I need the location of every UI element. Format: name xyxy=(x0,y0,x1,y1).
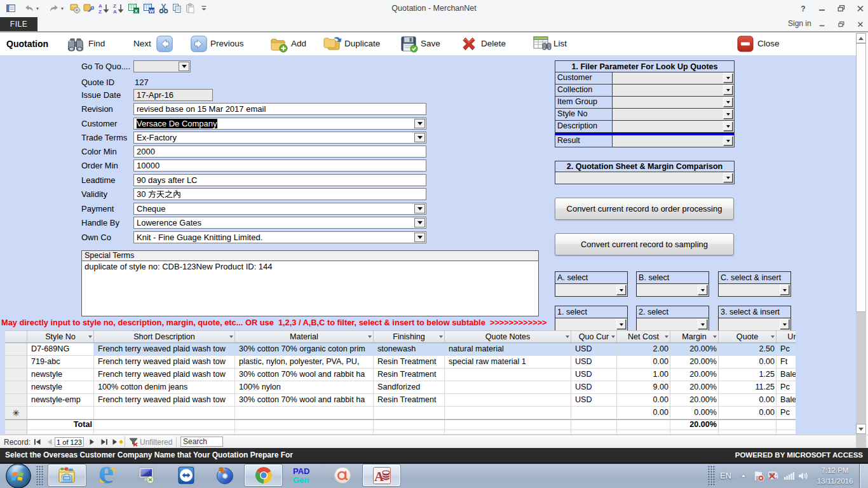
cell-finishing[interactable] xyxy=(374,430,445,435)
doc-minimize-button[interactable] xyxy=(814,17,831,30)
column-header-margin[interactable]: Margin xyxy=(670,331,719,343)
column-header-style-no[interactable]: Style No xyxy=(27,331,94,343)
order-min-input[interactable]: 10000 xyxy=(133,159,426,172)
new-record-button[interactable] xyxy=(111,435,123,449)
column-filter-arrow-icon[interactable] xyxy=(368,336,372,340)
dropdown-arrow-icon[interactable] xyxy=(723,109,733,119)
go-to-quo-input[interactable] xyxy=(133,60,191,72)
cell-quote[interactable]: 11.25 xyxy=(719,381,776,394)
filter-state[interactable]: Unfiltered xyxy=(140,435,172,449)
restore-button[interactable] xyxy=(832,0,850,17)
cell-short-description[interactable] xyxy=(94,420,235,430)
scroll-down-button[interactable] xyxy=(856,424,866,434)
cell-style-no[interactable]: newstyle-emp xyxy=(27,394,94,407)
cell-short-description[interactable]: French terry weaved plaid wash tow xyxy=(94,343,235,356)
dropdown-arrow-icon[interactable] xyxy=(179,62,189,71)
arrow-left-button[interactable] xyxy=(156,36,173,52)
column-header-quote-notes[interactable]: Quote Notes xyxy=(445,331,571,343)
start-button[interactable] xyxy=(5,463,32,488)
cell-unit[interactable]: Pc xyxy=(776,343,796,356)
cell-material[interactable] xyxy=(235,420,374,430)
dropdown-arrow-icon[interactable] xyxy=(698,319,708,330)
cell-short-description[interactable] xyxy=(94,407,235,419)
taskbar-app-explorer[interactable] xyxy=(48,464,86,487)
arrow-right-button[interactable] xyxy=(191,36,207,52)
signal-strength-icon[interactable] xyxy=(783,468,796,484)
column-filter-arrow-icon[interactable] xyxy=(611,336,615,340)
dropdown-arrow-icon[interactable] xyxy=(616,285,627,295)
cell-quote-notes[interactable] xyxy=(445,407,571,419)
column-filter-arrow-icon[interactable] xyxy=(566,336,569,340)
selector-a-select[interactable] xyxy=(555,284,627,296)
cell-short-description[interactable]: French terry weaved plaid wash tow xyxy=(94,394,235,407)
filter-select-style-no[interactable] xyxy=(613,109,734,120)
taskbar-app-disc-burner[interactable] xyxy=(205,464,244,487)
cell-margin[interactable]: 20.00% xyxy=(670,356,719,369)
cell-quo-cur[interactable] xyxy=(571,420,617,430)
cell-quote-notes[interactable] xyxy=(445,420,571,430)
column-header-material[interactable]: Material xyxy=(235,331,374,343)
cell-style-no[interactable]: newstyle xyxy=(27,381,94,394)
delete-label[interactable]: Delete xyxy=(481,32,506,55)
close-button[interactable] xyxy=(851,0,868,17)
cell-quote[interactable]: 1.25 xyxy=(719,369,776,381)
table-row[interactable]: newstyle-empFrench terry weaved plaid wa… xyxy=(5,394,796,407)
record-position[interactable]: 1 of 123 xyxy=(55,437,84,447)
cell-quo-cur[interactable] xyxy=(571,430,617,435)
cell-unit[interactable] xyxy=(776,430,796,435)
dropdown-arrow-icon[interactable] xyxy=(414,233,425,242)
cell-unit[interactable]: Pc xyxy=(776,381,796,394)
cell-finishing[interactable]: Resin Treatment xyxy=(374,394,445,407)
previous-record-button[interactable] xyxy=(46,435,53,449)
cell-quo-cur[interactable] xyxy=(571,407,617,419)
cell-material[interactable] xyxy=(235,407,374,419)
column-filter-arrow-icon[interactable] xyxy=(88,336,92,340)
clock[interactable]: 7:12 PM 13/11/2016 xyxy=(813,465,857,487)
duplicate-label[interactable]: Duplicate xyxy=(344,32,380,55)
scrollbar-thumb[interactable] xyxy=(856,43,866,312)
cell-style-no[interactable] xyxy=(27,430,94,435)
cell-finishing[interactable]: Resin Treatment xyxy=(374,356,445,369)
column-filter-arrow-icon[interactable] xyxy=(771,336,775,340)
cell-quo-cur[interactable]: USD xyxy=(571,394,617,407)
show-desktop-button[interactable] xyxy=(859,464,868,488)
add-folder-icon[interactable] xyxy=(269,36,288,53)
cell-short-description[interactable]: French terry weaved plaid wash tow xyxy=(94,356,235,369)
cell-style-no[interactable]: D7-689NG xyxy=(27,343,94,356)
binoculars-icon[interactable] xyxy=(65,36,86,53)
taskbar-app-teamviewer[interactable] xyxy=(166,464,205,487)
minimize-button[interactable] xyxy=(813,0,831,17)
dropdown-arrow-icon[interactable] xyxy=(616,319,627,330)
cell-net-cost[interactable]: 0.00 xyxy=(617,407,670,419)
cell-net-cost[interactable]: 0.00 xyxy=(617,356,670,369)
row-selector[interactable] xyxy=(5,394,27,407)
taskbar-app-a-app[interactable] xyxy=(323,464,362,487)
next-record-button[interactable] xyxy=(88,435,96,449)
cell-quote-notes[interactable] xyxy=(445,430,571,435)
taskbar-app-padgen[interactable]: PADGen xyxy=(283,464,322,487)
table-row[interactable]: 719-abcFrench terry weaved plaid wash to… xyxy=(5,356,796,369)
comparison-select[interactable] xyxy=(555,172,735,184)
column-filter-arrow-icon[interactable] xyxy=(439,336,443,340)
selector-b-select[interactable] xyxy=(637,284,709,296)
table-row[interactable]: D7-689NGFrench terry weaved plaid wash t… xyxy=(5,343,796,356)
cell-material[interactable]: 100% nylon xyxy=(235,381,374,394)
cell-unit[interactable]: Bale xyxy=(776,369,796,381)
filter-select-description[interactable] xyxy=(613,121,734,132)
close-label[interactable]: Close xyxy=(757,32,780,55)
dropdown-arrow-icon[interactable] xyxy=(723,85,733,95)
cell-style-no[interactable]: Total xyxy=(27,420,94,430)
column-header-quo-cur[interactable]: Quo Cur xyxy=(571,331,617,343)
cell-material[interactable]: 30% cotton 70% wool and rabbit ha xyxy=(235,394,374,407)
cell-quote[interactable]: 0.00 xyxy=(719,407,776,419)
dropdown-arrow-icon[interactable] xyxy=(698,285,708,295)
cell-net-cost[interactable]: 9.00 xyxy=(617,381,670,394)
column-header-quote[interactable]: Quote xyxy=(719,331,776,343)
column-filter-arrow-icon[interactable] xyxy=(665,336,668,340)
column-filter-arrow-icon[interactable] xyxy=(713,336,717,340)
language-indicator[interactable]: EN xyxy=(718,464,733,488)
dropdown-arrow-icon[interactable] xyxy=(414,204,425,214)
filter-icon[interactable] xyxy=(128,435,139,449)
taskbar-app-internet-explorer[interactable]: e xyxy=(88,464,126,487)
cell-net-cost[interactable]: 0.00 xyxy=(617,394,670,407)
